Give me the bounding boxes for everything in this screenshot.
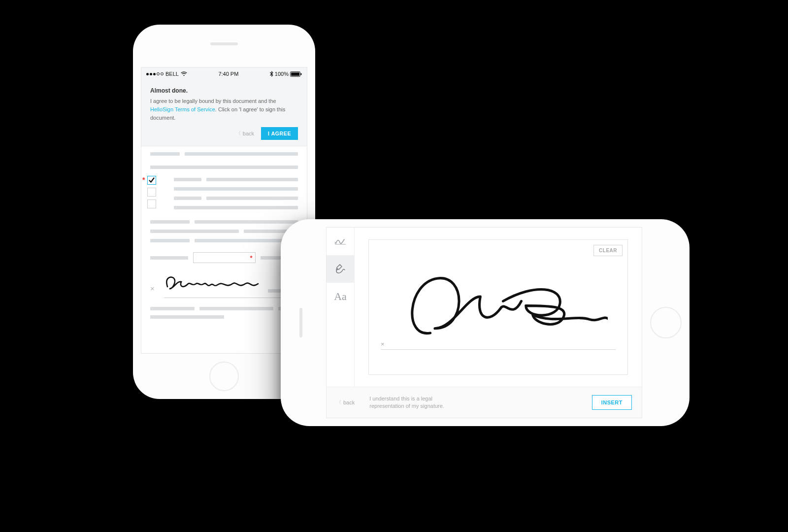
signature-disclaimer: I understand this is a legal representat…: [369, 395, 444, 410]
panel-body-prefix: I agree to be legally bound by this docu…: [150, 98, 276, 104]
type-tool-label: Aa: [334, 290, 347, 303]
back-label: back: [243, 131, 254, 136]
i-agree-button[interactable]: I AGREE: [261, 127, 298, 140]
small-signature: [160, 272, 263, 293]
home-button[interactable]: [209, 362, 239, 391]
checkbox-1[interactable]: [147, 176, 156, 185]
signal-dots-icon: [146, 72, 164, 75]
canvas-x-mark: ×: [381, 340, 385, 348]
phone-landscape-frame: x Aa CLEAR ×: [281, 219, 690, 426]
checkbox-3[interactable]: [147, 200, 156, 208]
insert-button[interactable]: INSERT: [592, 395, 632, 410]
battery-icon: [290, 71, 302, 77]
signature-footer: 〈 back I understand this is a legal repr…: [327, 387, 642, 418]
document-text-lines: [174, 178, 298, 209]
panel-title: Almost done.: [150, 87, 298, 94]
phone-speaker: [210, 42, 238, 45]
required-input-box[interactable]: *: [193, 252, 256, 263]
signature-area: CLEAR ×: [355, 228, 642, 387]
terms-link[interactable]: HelloSign Terms of Service: [150, 106, 215, 112]
status-time: 7:40 PM: [218, 71, 238, 77]
bluetooth-icon: [270, 71, 273, 77]
landscape-screen: x Aa CLEAR ×: [326, 227, 642, 418]
signature-canvas[interactable]: CLEAR ×: [368, 239, 628, 375]
chevron-left-icon: 〈: [236, 130, 241, 137]
checkbox-2[interactable]: [147, 188, 156, 197]
carrier-label: BELL: [165, 71, 179, 77]
sign-line-tool[interactable]: x: [327, 228, 354, 255]
panel-body: I agree to be legally bound by this docu…: [150, 97, 298, 122]
back-button[interactable]: 〈 back: [336, 399, 355, 406]
chevron-left-icon: 〈: [336, 399, 341, 406]
agreement-panel: Almost done. I agree to be legally bound…: [141, 80, 307, 146]
large-signature: [398, 255, 608, 352]
back-label: back: [343, 399, 355, 405]
signature-x-mark: ×: [150, 284, 155, 293]
document-text-lines-2: [150, 220, 298, 242]
svg-rect-1: [291, 72, 299, 76]
signature-tool-rail: x Aa: [327, 228, 355, 387]
battery-percent: 100%: [275, 71, 289, 77]
required-asterisk: *: [142, 176, 145, 184]
home-button[interactable]: [650, 307, 682, 338]
checkbox-group: [147, 176, 156, 211]
svg-text:x: x: [334, 240, 336, 245]
signature-row: ×: [150, 272, 298, 293]
draw-tool[interactable]: [327, 255, 354, 283]
document-text-lines-3: [150, 307, 298, 319]
status-bar: BELL 7:40 PM 100%: [141, 67, 307, 80]
wifi-icon: [181, 71, 187, 76]
back-button[interactable]: 〈 back: [236, 130, 254, 137]
svg-rect-2: [301, 73, 302, 75]
required-field-row: *: [150, 252, 298, 263]
type-tool[interactable]: Aa: [327, 283, 354, 310]
required-star-icon: *: [250, 254, 252, 262]
phone-speaker: [299, 308, 302, 337]
